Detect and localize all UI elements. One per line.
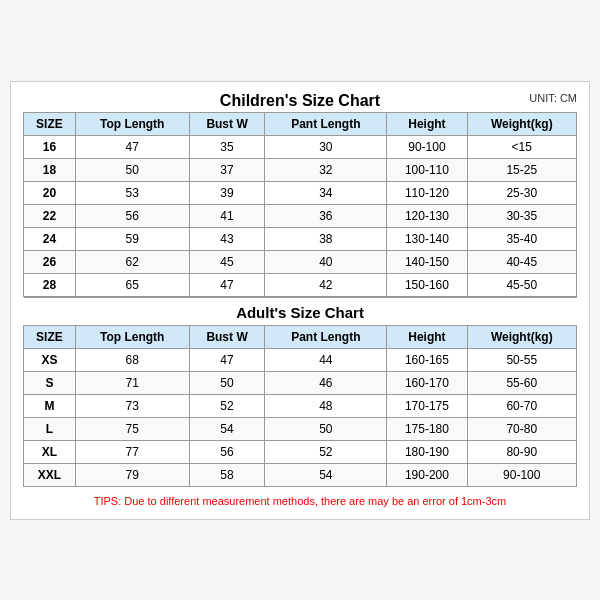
children-cell: 120-130 bbox=[387, 204, 467, 227]
children-cell: 25-30 bbox=[467, 181, 576, 204]
adult-row: S715046160-17055-60 bbox=[24, 371, 577, 394]
children-cell: 36 bbox=[265, 204, 387, 227]
children-cell: 28 bbox=[24, 273, 76, 296]
adult-cell: 79 bbox=[75, 463, 189, 486]
children-cell: 42 bbox=[265, 273, 387, 296]
children-cell: 30 bbox=[265, 135, 387, 158]
children-cell: 59 bbox=[75, 227, 189, 250]
adult-col-size: SIZE bbox=[24, 325, 76, 348]
adult-col-weight: Weight(kg) bbox=[467, 325, 576, 348]
adult-cell: 73 bbox=[75, 394, 189, 417]
children-cell: 110-120 bbox=[387, 181, 467, 204]
adult-cell: 175-180 bbox=[387, 417, 467, 440]
adult-col-height: Height bbox=[387, 325, 467, 348]
adult-title-text: Adult's Size Chart bbox=[24, 297, 577, 325]
children-cell: 35-40 bbox=[467, 227, 576, 250]
children-cell: 45-50 bbox=[467, 273, 576, 296]
children-cell: 40 bbox=[265, 250, 387, 273]
adult-row: M735248170-17560-70 bbox=[24, 394, 577, 417]
adult-cell: XXL bbox=[24, 463, 76, 486]
children-cell: 41 bbox=[189, 204, 265, 227]
col-top-length: Top Length bbox=[75, 112, 189, 135]
adult-cell: 46 bbox=[265, 371, 387, 394]
adult-cell: 90-100 bbox=[467, 463, 576, 486]
adult-cell: 54 bbox=[189, 417, 265, 440]
adult-row: XXL795854190-20090-100 bbox=[24, 463, 577, 486]
children-cell: 43 bbox=[189, 227, 265, 250]
adult-cell: 50 bbox=[265, 417, 387, 440]
col-height: Height bbox=[387, 112, 467, 135]
unit-label: UNIT: CM bbox=[529, 92, 577, 104]
children-cell: 65 bbox=[75, 273, 189, 296]
adult-cell: XS bbox=[24, 348, 76, 371]
children-cell: 40-45 bbox=[467, 250, 576, 273]
children-cell: 20 bbox=[24, 181, 76, 204]
adult-cell: 80-90 bbox=[467, 440, 576, 463]
children-cell: 32 bbox=[265, 158, 387, 181]
children-cell: 50 bbox=[75, 158, 189, 181]
children-cell: 39 bbox=[189, 181, 265, 204]
children-cell: 56 bbox=[75, 204, 189, 227]
children-cell: 18 bbox=[24, 158, 76, 181]
adult-cell: 50 bbox=[189, 371, 265, 394]
adult-cell: 44 bbox=[265, 348, 387, 371]
children-row: 18503732100-11015-25 bbox=[24, 158, 577, 181]
children-cell: 47 bbox=[189, 273, 265, 296]
adult-cell: 160-165 bbox=[387, 348, 467, 371]
adult-cell: M bbox=[24, 394, 76, 417]
adult-cell: 68 bbox=[75, 348, 189, 371]
main-title: Children's Size Chart UNIT: CM bbox=[23, 92, 577, 110]
children-row: 28654742150-16045-50 bbox=[24, 273, 577, 296]
children-row: 26624540140-15040-45 bbox=[24, 250, 577, 273]
children-cell: 34 bbox=[265, 181, 387, 204]
col-weight: Weight(kg) bbox=[467, 112, 576, 135]
adult-cell: 47 bbox=[189, 348, 265, 371]
adult-cell: 48 bbox=[265, 394, 387, 417]
chart-container: Children's Size Chart UNIT: CM SIZE Top … bbox=[10, 81, 590, 520]
adult-tbody: XS684744160-16550-55S715046160-17055-60M… bbox=[24, 348, 577, 486]
adult-title-row: Adult's Size Chart bbox=[24, 297, 577, 325]
children-size-table: SIZE Top Length Bust W Pant Length Heigh… bbox=[23, 112, 577, 297]
children-header-row: SIZE Top Length Bust W Pant Length Heigh… bbox=[24, 112, 577, 135]
children-cell: 47 bbox=[75, 135, 189, 158]
children-cell: 30-35 bbox=[467, 204, 576, 227]
col-pant-length: Pant Length bbox=[265, 112, 387, 135]
children-cell: 150-160 bbox=[387, 273, 467, 296]
adult-cell: 52 bbox=[265, 440, 387, 463]
adult-cell: XL bbox=[24, 440, 76, 463]
children-row: 1647353090-100<15 bbox=[24, 135, 577, 158]
adult-cell: 56 bbox=[189, 440, 265, 463]
children-cell: 15-25 bbox=[467, 158, 576, 181]
adult-cell: 77 bbox=[75, 440, 189, 463]
adult-cell: 70-80 bbox=[467, 417, 576, 440]
children-title-text: Children's Size Chart bbox=[220, 92, 380, 109]
tips-text: TIPS: Due to different measurement metho… bbox=[23, 493, 577, 509]
children-cell: 35 bbox=[189, 135, 265, 158]
children-cell: 38 bbox=[265, 227, 387, 250]
children-cell: 140-150 bbox=[387, 250, 467, 273]
col-size: SIZE bbox=[24, 112, 76, 135]
adult-cell: S bbox=[24, 371, 76, 394]
children-cell: 37 bbox=[189, 158, 265, 181]
children-cell: 16 bbox=[24, 135, 76, 158]
children-cell: 45 bbox=[189, 250, 265, 273]
adult-row: L755450175-18070-80 bbox=[24, 417, 577, 440]
adult-cell: 180-190 bbox=[387, 440, 467, 463]
adult-cell: 160-170 bbox=[387, 371, 467, 394]
children-tbody: 1647353090-100<1518503732100-11015-25205… bbox=[24, 135, 577, 296]
col-bust-w: Bust W bbox=[189, 112, 265, 135]
children-cell: 53 bbox=[75, 181, 189, 204]
children-row: 24594338130-14035-40 bbox=[24, 227, 577, 250]
children-cell: 130-140 bbox=[387, 227, 467, 250]
adult-cell: 75 bbox=[75, 417, 189, 440]
adult-cell: 54 bbox=[265, 463, 387, 486]
adult-cell: 170-175 bbox=[387, 394, 467, 417]
adult-cell: 60-70 bbox=[467, 394, 576, 417]
adult-row: XL775652180-19080-90 bbox=[24, 440, 577, 463]
children-cell: 90-100 bbox=[387, 135, 467, 158]
adult-col-bust-w: Bust W bbox=[189, 325, 265, 348]
adult-row: XS684744160-16550-55 bbox=[24, 348, 577, 371]
children-cell: 26 bbox=[24, 250, 76, 273]
children-cell: 24 bbox=[24, 227, 76, 250]
children-row: 20533934110-12025-30 bbox=[24, 181, 577, 204]
